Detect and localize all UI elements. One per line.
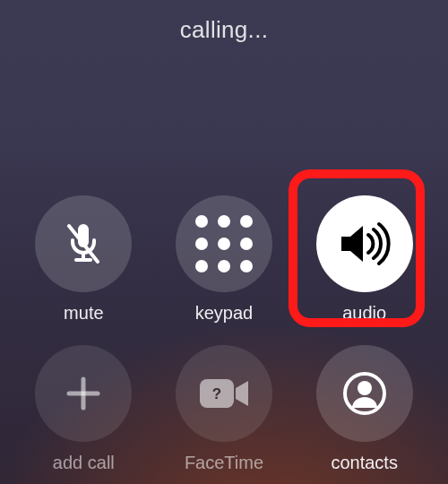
add-call-label: add call — [53, 453, 115, 473]
keypad-label: keypad — [195, 303, 254, 324]
contacts-icon — [340, 368, 390, 419]
keypad-button[interactable] — [176, 195, 272, 292]
svg-point-8 — [358, 381, 372, 395]
mute-icon — [58, 219, 108, 269]
keypad-icon — [195, 215, 253, 272]
audio-button[interactable] — [316, 195, 413, 292]
audio-label: audio — [342, 303, 386, 324]
mute-button[interactable] — [35, 195, 132, 292]
call-controls-grid: mute keypad — [0, 195, 448, 484]
svg-text:?: ? — [212, 385, 221, 402]
facetime-cell: ? FaceTime — [176, 345, 272, 473]
contacts-button[interactable] — [316, 345, 413, 442]
mute-label: mute — [64, 303, 103, 324]
plus-icon — [62, 372, 105, 415]
video-icon: ? — [198, 376, 250, 411]
add-call-cell: add call — [35, 345, 132, 473]
mute-cell: mute — [35, 195, 132, 324]
speaker-icon — [336, 219, 393, 269]
contacts-cell: contacts — [316, 345, 413, 473]
keypad-cell: keypad — [176, 195, 272, 324]
audio-cell: audio — [316, 195, 413, 324]
facetime-button[interactable]: ? — [176, 345, 272, 442]
facetime-label: FaceTime — [185, 453, 263, 473]
contacts-label: contacts — [331, 453, 397, 473]
call-status: calling... — [0, 16, 448, 44]
add-call-button[interactable] — [35, 345, 132, 442]
